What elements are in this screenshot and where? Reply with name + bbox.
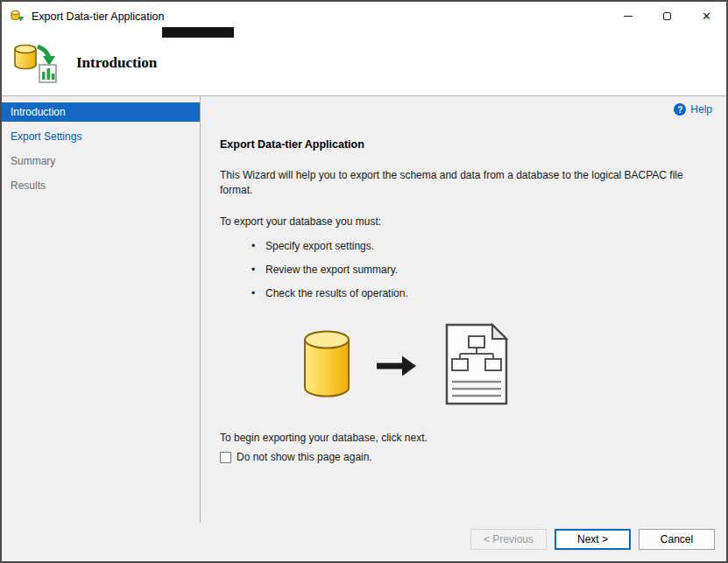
do-not-show-checkbox[interactable]	[220, 452, 231, 463]
wizard-header: Introduction	[2, 31, 726, 96]
page-title: Introduction	[76, 54, 157, 72]
right-arrow-icon	[377, 353, 417, 379]
sidebar-item-summary: Summary	[2, 151, 200, 171]
minimize-icon	[624, 16, 633, 17]
minimize-button[interactable]	[608, 2, 647, 31]
export-wizard-window: Export Data-tier Application ✕	[0, 0, 728, 563]
requirements-label: To export your database you must:	[220, 215, 712, 228]
intro-paragraph: This Wizard will help you to export the …	[220, 168, 712, 198]
cancel-button[interactable]: Cancel	[639, 529, 715, 550]
next-button[interactable]: Next >	[555, 529, 631, 550]
requirements-list: Specify export settings. Review the expo…	[220, 240, 712, 299]
export-database-icon	[13, 42, 59, 87]
previous-button[interactable]: < Previous	[470, 529, 547, 550]
help-icon: ?	[674, 103, 686, 116]
window-title: Export Data-tier Application	[32, 11, 164, 23]
close-button[interactable]: ✕	[687, 2, 726, 31]
list-item: Check the results of operation.	[220, 287, 712, 299]
database-cylinder-icon	[303, 330, 350, 401]
titlebar: Export Data-tier Application ✕	[2, 2, 726, 31]
help-link[interactable]: ? Help	[220, 103, 712, 116]
window-controls: ✕	[608, 2, 726, 31]
footer-bar: < Previous Next > Cancel	[2, 523, 726, 561]
do-not-show-label: Do not show this page again.	[237, 451, 372, 463]
sidebar-item-results: Results	[2, 176, 200, 195]
wizard-steps-sidebar: Introduction Export Settings Summary Res…	[2, 96, 201, 523]
maximize-icon	[663, 12, 671, 20]
help-label: Help	[690, 103, 712, 116]
list-item: Review the export summary.	[220, 264, 712, 276]
do-not-show-row: Do not show this page again.	[220, 451, 712, 463]
app-icon	[11, 10, 25, 24]
main-content: ? Help Export Data-tier Application This…	[201, 96, 726, 523]
export-illustration	[303, 322, 712, 409]
dark-strip-artifact	[162, 27, 234, 38]
begin-export-text: To begin exporting your database, click …	[220, 432, 712, 444]
content-heading: Export Data-tier Application	[220, 138, 712, 151]
sidebar-item-introduction[interactable]: Introduction	[2, 102, 200, 122]
bacpac-file-icon	[443, 322, 510, 409]
wizard-body: Introduction Export Settings Summary Res…	[2, 96, 726, 523]
sidebar-item-export-settings[interactable]: Export Settings	[2, 127, 200, 146]
maximize-button[interactable]	[647, 2, 687, 31]
list-item: Specify export settings.	[220, 240, 712, 252]
close-icon: ✕	[702, 10, 711, 23]
